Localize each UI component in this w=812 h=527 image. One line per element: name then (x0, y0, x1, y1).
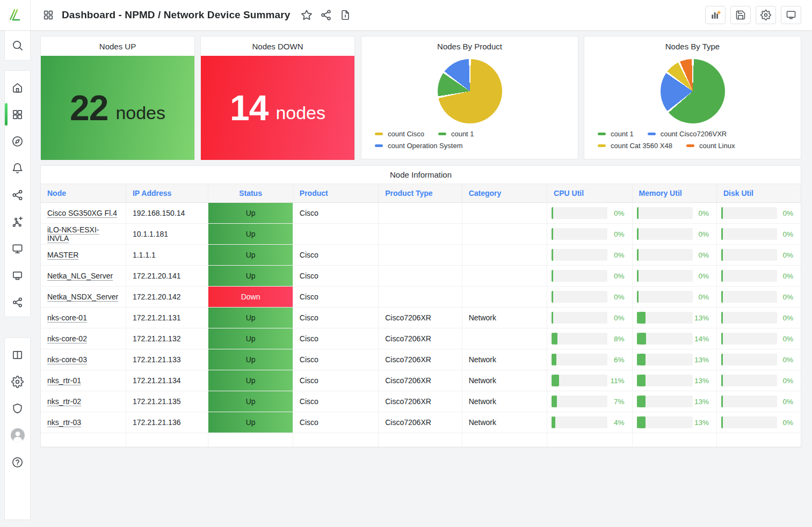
nodes-up-value-area: 22 nodes (41, 56, 194, 160)
nodes-up-card: Nodes UP 22 nodes (40, 36, 195, 159)
favorite-star-icon[interactable] (301, 9, 313, 21)
node-link[interactable]: Netka_NLG_Server (47, 272, 113, 280)
product-cell: Cisco (293, 245, 378, 266)
sidebar-item-layout[interactable] (5, 341, 30, 368)
save-dashboard-button[interactable] (730, 6, 751, 24)
node-link[interactable]: nks_rtr-02 (47, 397, 81, 406)
product-cell: Cisco (293, 349, 378, 370)
node-link[interactable]: nks-core-02 (47, 334, 87, 343)
util-bar (721, 228, 777, 240)
sidebar-item-search[interactable] (5, 34, 30, 57)
nodes-by-type-legend: count 1count Cisco7206VXRcount Cat 3560 … (584, 126, 783, 150)
legend-item[interactable]: count Linux (686, 142, 735, 150)
table-row: Netka_NSDX_Server172.21.20.142DownCisco0… (41, 287, 801, 308)
nodes-up-count: 22 (70, 87, 108, 128)
col-category[interactable]: Category (462, 184, 547, 203)
empty-row (41, 433, 801, 447)
legend-item[interactable]: count 1 (598, 130, 634, 138)
util-bar (637, 249, 693, 261)
legend-item[interactable]: count 1 (438, 130, 474, 138)
nodes-down-unit: nodes (276, 103, 325, 123)
display-mode-button[interactable] (781, 6, 801, 24)
product-cell: Cisco (293, 287, 378, 308)
util-cell: 0% (547, 203, 632, 224)
sidebar-item-help[interactable] (5, 449, 30, 475)
col-disk-util[interactable]: Disk Util (716, 184, 801, 203)
add-widget-button[interactable] (705, 6, 726, 24)
node-link[interactable]: MASTER (47, 251, 78, 259)
util-percent: 13% (693, 314, 709, 322)
util-percent: 13% (693, 377, 709, 385)
legend-item[interactable]: count Cat 3560 X48 (598, 142, 672, 150)
status-badge: Up (208, 245, 292, 265)
col-product-type[interactable]: Product Type (379, 184, 462, 203)
sidebar-item-add-node[interactable] (5, 208, 30, 235)
node-cell: iLO-NKS-ESXI-INVLA (41, 224, 126, 245)
util-cell: 0% (632, 287, 716, 308)
util-percent: 0% (777, 377, 793, 385)
sidebar-item-discovery[interactable] (5, 128, 30, 155)
legend-item[interactable]: count Cisco7206VXR (648, 130, 727, 138)
add-chart-icon (710, 10, 721, 20)
status-cell: Up (208, 203, 293, 224)
sidebar (0, 31, 31, 527)
product-cell: Cisco (293, 203, 378, 224)
logo-icon (5, 5, 25, 25)
util-percent: 0% (777, 335, 793, 343)
sidebar-item-alerts[interactable] (5, 155, 30, 181)
node-link[interactable]: iLO-NKS-ESXI-INVLA (47, 225, 99, 243)
node-link[interactable]: nks_rtr-01 (47, 376, 81, 385)
util-cell: 13% (632, 370, 716, 391)
legend-swatch (648, 133, 656, 135)
monitor-large-icon (11, 243, 24, 255)
node-link[interactable]: Netka_NSDX_Server (47, 292, 118, 301)
util-bar (637, 207, 693, 219)
sidebar-item-servers[interactable] (5, 262, 30, 289)
nodes-by-product-card: Nodes By Product count Ciscocount 1count… (361, 36, 578, 159)
status-cell: Up (208, 349, 293, 370)
dashboard-settings-button[interactable] (756, 6, 776, 24)
network-nodes-icon (11, 189, 24, 201)
nodes-by-type-pie[interactable] (661, 59, 725, 123)
col-cpu-util[interactable]: CPU Util (547, 184, 632, 203)
util-cell: 13% (632, 391, 716, 412)
util-cell: 0% (632, 224, 716, 245)
col-ip-address[interactable]: IP Address (126, 184, 208, 203)
sidebar-item-settings[interactable] (5, 368, 30, 395)
sidebar-item-devices[interactable] (5, 235, 30, 262)
sidebar-item-home[interactable] (5, 74, 30, 101)
sidebar-item-dashboards[interactable] (5, 101, 30, 128)
table-row: nks-core-02172.21.21.132UpCiscoCisco7206… (41, 328, 801, 349)
util-bar (552, 354, 607, 365)
col-node[interactable]: Node (41, 184, 126, 203)
node-link[interactable]: nks-core-01 (47, 313, 87, 322)
nodes-by-product-pie[interactable] (438, 59, 502, 123)
util-percent: 0% (777, 419, 793, 427)
col-product[interactable]: Product (293, 184, 378, 203)
col-memory-util[interactable]: Memory Util (632, 184, 716, 203)
legend-label: count Operation System (388, 142, 462, 150)
node-link[interactable]: Cisco SG350XG Fl.4 (47, 209, 117, 217)
sidebar-item-security[interactable] (5, 395, 30, 422)
nodes-by-type-title: Nodes By Type (584, 36, 801, 56)
sidebar-item-profile[interactable] (5, 422, 30, 449)
util-bar (637, 416, 693, 428)
col-status[interactable]: Status (208, 184, 293, 203)
legend-label: count Cisco7206VXR (661, 130, 727, 138)
util-bar (552, 228, 607, 240)
app-logo[interactable] (0, 0, 31, 31)
product-type-cell (379, 203, 462, 224)
node-information-panel: Node Information Node IP Address Status … (40, 165, 801, 448)
legend-item[interactable]: count Cisco (375, 130, 424, 138)
sidebar-item-links[interactable] (5, 289, 30, 316)
node-link[interactable]: nks-core-03 (47, 355, 87, 364)
split-columns-icon (11, 349, 24, 361)
report-document-icon[interactable] (339, 9, 351, 21)
sidebar-item-topology[interactable] (5, 181, 30, 208)
node-link[interactable]: nks_rtr-03 (47, 418, 81, 427)
share-icon[interactable] (320, 9, 332, 21)
legend-item[interactable]: count Operation System (375, 142, 462, 150)
ip-cell: 172.21.21.132 (126, 328, 208, 349)
status-badge: Up (208, 328, 292, 349)
status-badge: Up (208, 370, 292, 391)
